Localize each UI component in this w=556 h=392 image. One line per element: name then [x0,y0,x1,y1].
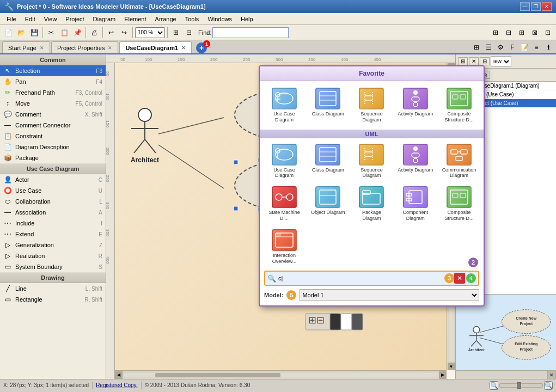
h-scrollbar[interactable]: ◀ ▶ [115,370,447,379]
tool-selection[interactable]: ↖ Selection F3 [0,65,106,76]
tab-tool-6[interactable]: ≡ [531,42,542,52]
tab-tool-2[interactable]: ☰ [483,42,494,52]
clear-search-button[interactable]: ✕ [454,273,465,284]
menu-help[interactable]: Help [236,15,258,23]
restore-button[interactable]: ❐ [531,2,541,11]
tab-start-page-close[interactable]: ✕ [40,45,44,51]
toolbar-save[interactable]: 💾 [28,27,40,39]
diag-uml-class[interactable]: Class Diagram [308,142,348,181]
tool-extend[interactable]: ⋯ Extend E [0,229,106,240]
diag-uml-activity[interactable]: Activity Diagram [395,142,436,181]
tool-line[interactable]: ╱ Line L, Shift [0,283,106,294]
diag-uml-statemachine[interactable]: State Machine Di... [264,184,304,224]
scroll-thumb-h[interactable] [155,373,281,377]
toolbar-redo[interactable]: ↪ [118,27,130,39]
toolbar-fit[interactable]: ⊞ [170,27,182,39]
diag-uml-usecase[interactable]: Use Case Diagram [264,142,304,181]
zoom-out-btn[interactable]: 🔍 [490,381,498,390]
diag-uml-package[interactable]: Package Diagram [351,184,392,224]
tab-tool-7[interactable]: ℹ [543,42,554,52]
tool-generalization[interactable]: ▷ Generalization Z [0,240,106,250]
tab-usecase-diagram[interactable]: UseCaseDiagram1 ✕ [119,41,192,53]
scroll-left[interactable]: ◀ [115,371,123,379]
menu-element[interactable]: Element [120,15,150,23]
diag-uml-sequence[interactable]: Sequence Diagram [351,142,392,181]
rp-close-btn[interactable]: ✕ [547,371,556,379]
menu-windows[interactable]: Windows [203,15,236,23]
toolbar-grid[interactable]: ⊟ [183,27,195,39]
tool-include[interactable]: ⋯ Include I [0,218,106,229]
toolbar-r3[interactable]: ⊞ [516,27,528,39]
tab-usecase-close[interactable]: ✕ [181,45,186,51]
tool-diagram-description[interactable]: 📄 Diagram Description [0,142,106,152]
minimize-button[interactable]: — [520,2,530,11]
tool-comment[interactable]: 💬 Comment X, Shift [0,109,106,120]
diag-uml-object[interactable]: Object Diagram [308,184,348,224]
menu-tools[interactable]: Tools [181,15,204,23]
rp-btn-3[interactable]: ⊟ [480,57,490,65]
toolbar-new[interactable]: 📄 [2,27,14,39]
close-button[interactable]: ✕ [542,2,552,11]
rp-btn-2[interactable]: ✕ [469,57,479,65]
tab-start-page[interactable]: Start Page ✕ [2,41,50,53]
find-label: Find: [198,29,211,36]
tab-project-properties[interactable]: Project Properties ✕ [51,41,118,53]
tool-freehand[interactable]: ✏ Freehand Path F3, Control [0,87,106,98]
toolbar-r2[interactable]: ⊟ [503,27,515,39]
tool-constraint[interactable]: 📋 Constraint [0,131,106,142]
menu-view[interactable]: View [40,15,62,23]
toolbar-paste[interactable]: 📌 [71,27,83,39]
tab-tool-3[interactable]: ⚙ [495,42,506,52]
tab-project-properties-close[interactable]: ✕ [108,45,112,51]
tool-system-boundary[interactable]: ▭ System Boundary S [0,261,106,272]
toolbar-copy[interactable]: 📋 [58,27,70,39]
tool-association[interactable]: — Association A [0,207,106,218]
diag-fav-activity[interactable]: Activity Diagram [395,85,436,125]
menu-arrange[interactable]: Arrange [151,15,181,23]
toolbar-open[interactable]: 📂 [15,27,27,39]
toolbar-r4[interactable]: ⊠ [529,27,541,39]
tool-package[interactable]: 📦 Package [0,152,106,163]
zoom-select[interactable]: 100 % 75 % 150 % [135,27,165,38]
tool-move[interactable]: ↕ Move F5, Control [0,98,106,109]
diag-uml-composite2[interactable]: Composite Structure D... [439,184,479,224]
tool-comment-connector[interactable]: — Comment Connector [0,120,106,131]
tool-collaboration[interactable]: ⬭ Collaboration L [0,196,106,207]
tool-realization[interactable]: ▷ Realization R [0,250,106,261]
diag-uml-communication[interactable]: Communication Diagram [439,142,479,181]
diag-fav-class[interactable]: Class Diagram [308,85,348,125]
zoom-slider[interactable] [499,383,543,388]
tab-tool-5[interactable]: 📝 [519,42,530,52]
menu-file[interactable]: File [2,15,21,23]
rp-btn-1[interactable]: ⊞ [458,57,468,65]
tab-tool-4[interactable]: F [507,42,518,52]
diag-uml-interaction[interactable]: Interaction Overview... [264,227,304,267]
diag-fav-sequence[interactable]: Sequence Diagram [351,85,392,125]
diag-fav-usecase[interactable]: Use Case Diagram [264,85,304,125]
diag-uml-component[interactable]: Component Diagram [395,184,436,224]
menu-project[interactable]: Project [61,15,88,23]
toolbar-r1[interactable]: ⊞ [490,27,502,39]
scroll-right[interactable]: ▶ [439,371,447,379]
add-tab-button[interactable]: + 1 [196,42,207,53]
toolbar-r5[interactable]: ⊡ [542,27,554,39]
menu-diagram[interactable]: Diagram [89,15,120,23]
toolbar-cut[interactable]: ✂ [45,27,57,39]
zoom-in-btn[interactable]: 🔍 [544,381,553,390]
menu-edit[interactable]: Edit [21,15,40,23]
search-input[interactable] [278,275,442,281]
scroll-track-h[interactable] [124,373,438,377]
tool-rectangle[interactable]: ▭ Rectangle R, Shift [0,294,106,305]
toolbar-print[interactable]: 🖨 [88,27,100,39]
tool-pan[interactable]: ✋ Pan F4 [0,76,106,87]
model-select[interactable]: Model 1 Model 2 [300,289,479,301]
scroll-down[interactable]: ▼ [448,363,455,370]
zoom-slider-thumb[interactable] [517,382,521,389]
tab-tool-1[interactable]: ⊞ [471,42,482,52]
toolbar-undo[interactable]: ↩ [105,27,117,39]
rp-view-select[interactable]: iew [491,56,511,67]
find-input[interactable] [212,27,289,38]
tool-usecase[interactable]: ⭕ Use Case U [0,185,106,196]
tool-actor[interactable]: 👤 Actor C [0,174,106,185]
diag-fav-composite[interactable]: Composite Structure D... [439,85,479,125]
